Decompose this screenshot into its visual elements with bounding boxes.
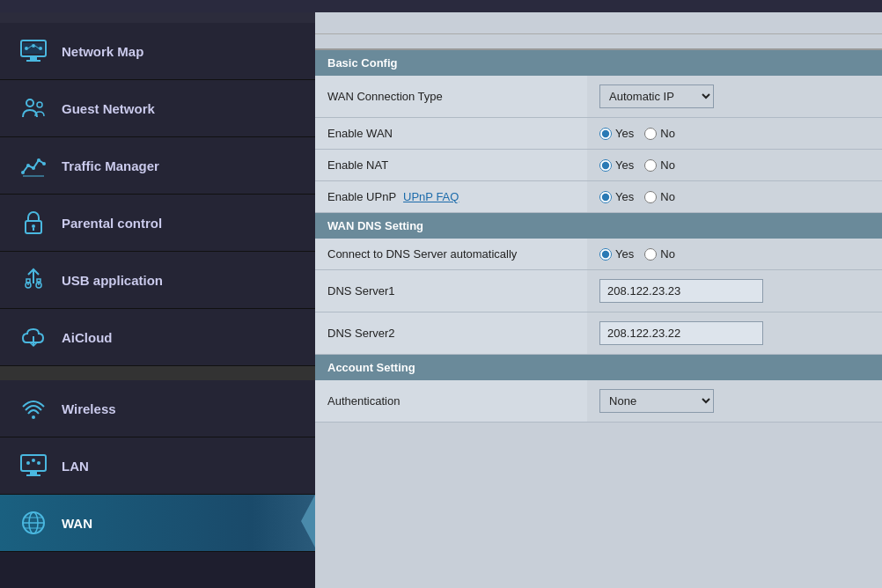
form-row-dns-server1: DNS Server1 [315, 270, 882, 312]
section-basic-config: Basic ConfigWAN Connection TypeAutomatic… [315, 50, 882, 213]
svg-point-6 [39, 47, 42, 50]
svg-rect-3 [26, 60, 40, 62]
field-label-dns-server2: DNS Server2 [315, 312, 587, 355]
svg-rect-23 [37, 279, 40, 282]
sidebar-item-usb-application[interactable]: USB application [0, 252, 315, 309]
upnp-faq-link[interactable]: UPnP FAQ [403, 190, 459, 203]
radio-enable-wan-no[interactable] [644, 128, 657, 140]
form-table-basic-config: WAN Connection TypeAutomatic IPPPPoEPPTP… [315, 76, 882, 213]
svg-rect-22 [26, 279, 30, 283]
aicloud-icon [18, 321, 49, 353]
radio-enable-nat-yes[interactable] [599, 159, 612, 172]
svg-rect-27 [26, 474, 40, 476]
sidebar-item-traffic-manager[interactable]: Traffic Manager [0, 137, 315, 195]
field-label-wan-connection-type: WAN Connection Type [315, 76, 587, 118]
section-header-basic-config: Basic Config [315, 50, 882, 76]
svg-rect-2 [30, 56, 37, 60]
radio-enable-upnp-no[interactable] [644, 191, 657, 203]
traffic-manager-icon [18, 150, 49, 181]
sidebar-label-parental-control: Parental control [62, 216, 162, 231]
radio-group-enable-nat: YesNo [599, 158, 870, 172]
radio-group-enable-wan: YesNo [599, 127, 870, 140]
wan-icon [18, 507, 49, 539]
advanced-settings-header [0, 366, 315, 380]
radio-label-enable-wan-yes[interactable]: Yes [599, 127, 634, 140]
main-container: Network Map Guest Network Traffic Manage… [0, 12, 882, 588]
guest-network-icon [18, 92, 49, 124]
radio-label-enable-nat-yes[interactable]: Yes [599, 158, 634, 172]
radio-label-enable-nat-no[interactable]: No [644, 158, 675, 172]
svg-point-18 [32, 224, 35, 228]
top-header [0, 0, 882, 12]
svg-point-15 [42, 162, 46, 165]
sidebar-item-lan[interactable]: LAN [0, 437, 315, 495]
radio-label-enable-upnp-yes[interactable]: Yes [599, 190, 634, 203]
usb-application-icon [18, 264, 49, 296]
input-dns-server1[interactable] [599, 279, 763, 303]
field-value-enable-upnp: YesNo [587, 181, 882, 213]
sidebar-label-aicloud: AiCloud [62, 330, 113, 345]
radio-group-enable-upnp: YesNo [599, 190, 870, 203]
sidebar-item-aicloud[interactable]: AiCloud [0, 309, 315, 366]
section-account-setting: Account SettingAuthenticationNonePAPCHAP [315, 355, 882, 423]
field-label-enable-nat: Enable NAT [315, 150, 587, 181]
sidebar-item-network-map[interactable]: Network Map [0, 23, 315, 80]
sidebar-item-wan[interactable]: WAN [0, 495, 315, 552]
select-wan-connection-type[interactable]: Automatic IPPPPoEPPTPL2TPStatic IP [599, 85, 714, 108]
field-label-enable-upnp: Enable UPnPUPnP FAQ [315, 181, 587, 213]
wireless-icon [18, 393, 49, 424]
field-value-wan-connection-type: Automatic IPPPPoEPPTPL2TPStatic IP [587, 76, 882, 118]
form-row-enable-wan: Enable WANYesNo [315, 118, 882, 150]
radio-enable-wan-yes[interactable] [599, 128, 612, 140]
form-table-wan-dns-setting: Connect to DNS Server automaticallyYesNo… [315, 239, 882, 355]
section-wan-dns-setting: WAN DNS SettingConnect to DNS Server aut… [315, 213, 882, 355]
radio-connect-dns-auto-yes[interactable] [599, 248, 612, 261]
sidebar-label-wan: WAN [62, 516, 92, 531]
field-value-connect-dns-auto: YesNo [587, 239, 882, 270]
svg-point-14 [37, 158, 40, 162]
general-section-header [0, 12, 315, 23]
select-authentication[interactable]: NonePAPCHAP [599, 389, 714, 413]
form-row-enable-upnp: Enable UPnPUPnP FAQYesNo [315, 181, 882, 213]
field-label-connect-dns-auto: Connect to DNS Server automatically [315, 239, 587, 270]
field-value-enable-wan: YesNo [587, 118, 882, 150]
sidebar-item-guest-network[interactable]: Guest Network [0, 80, 315, 137]
form-row-enable-nat: Enable NATYesNo [315, 150, 882, 181]
svg-point-4 [25, 47, 28, 50]
form-row-connect-dns-auto: Connect to DNS Server automaticallyYesNo [315, 239, 882, 270]
form-row-wan-connection-type: WAN Connection TypeAutomatic IPPPPoEPPTP… [315, 76, 882, 118]
form-table-account-setting: AuthenticationNonePAPCHAP [315, 380, 882, 423]
svg-point-24 [32, 415, 35, 419]
svg-point-13 [32, 166, 35, 170]
sidebar-label-traffic-manager: Traffic Manager [62, 158, 159, 173]
parental-control-icon [18, 207, 49, 239]
radio-enable-nat-no[interactable] [644, 159, 657, 172]
sidebar: Network Map Guest Network Traffic Manage… [0, 12, 315, 588]
svg-point-12 [26, 164, 30, 167]
sidebar-item-wireless[interactable]: Wireless [0, 380, 315, 437]
form-row-dns-server2: DNS Server2 [315, 312, 882, 355]
field-value-dns-server2 [587, 312, 882, 355]
section-header-wan-dns-setting: WAN DNS Setting [315, 213, 882, 239]
radio-label-connect-dns-auto-yes[interactable]: Yes [599, 247, 634, 261]
svg-point-5 [32, 44, 35, 48]
page-description [315, 34, 882, 50]
field-value-enable-nat: YesNo [587, 150, 882, 181]
sidebar-item-parental-control[interactable]: Parental control [0, 195, 315, 252]
svg-point-29 [32, 459, 35, 462]
radio-connect-dns-auto-no[interactable] [644, 248, 657, 261]
svg-rect-26 [30, 471, 37, 474]
field-label-authentication: Authentication [315, 380, 587, 423]
field-label-dns-server1: DNS Server1 [315, 270, 587, 312]
radio-label-enable-wan-no[interactable]: No [644, 127, 675, 140]
svg-point-30 [37, 461, 40, 465]
input-dns-server2[interactable] [599, 321, 763, 345]
radio-enable-upnp-yes[interactable] [599, 191, 612, 203]
svg-rect-25 [21, 455, 46, 471]
form-row-authentication: AuthenticationNonePAPCHAP [315, 380, 882, 423]
field-label-enable-wan: Enable WAN [315, 118, 587, 150]
svg-point-11 [21, 171, 25, 174]
radio-group-connect-dns-auto: YesNo [599, 247, 870, 261]
radio-label-enable-upnp-no[interactable]: No [644, 190, 675, 203]
radio-label-connect-dns-auto-no[interactable]: No [644, 247, 675, 261]
